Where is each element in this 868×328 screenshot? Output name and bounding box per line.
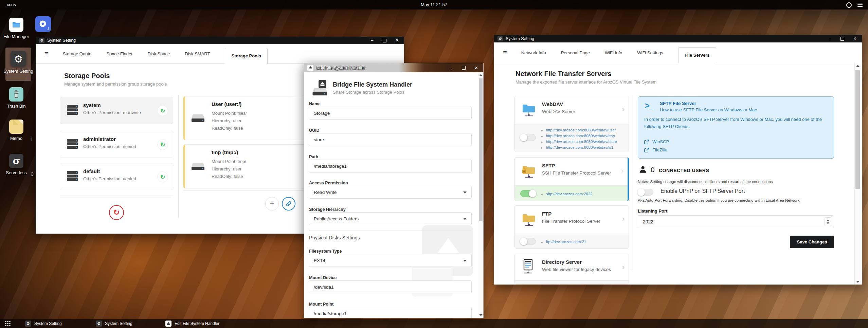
server-card-directory[interactable]: Directory Server Web file viewer for leg… bbox=[514, 254, 629, 285]
infobox-title: SFTP File Server bbox=[660, 101, 696, 106]
taskbar-item-system-setting-2[interactable]: ⚙ System Setting bbox=[96, 319, 132, 328]
desktop-icon-music[interactable]: ♪ bbox=[35, 16, 51, 32]
tab-disk-space[interactable]: Disk Space bbox=[148, 51, 170, 56]
mount-hierarchy: Hierarchy: user bbox=[212, 118, 241, 123]
ftp-toggle[interactable] bbox=[520, 238, 536, 245]
storage-hierarchy-select[interactable]: Public Access Folders bbox=[309, 212, 472, 225]
gear-icon: ⚙ bbox=[39, 38, 44, 43]
desktop-icon-file-manager[interactable]: File Manager bbox=[0, 18, 33, 39]
server-card-ftp[interactable]: FTP File Transfer Protocol Server › ftp:… bbox=[514, 205, 629, 249]
mount-name: User (user:/) bbox=[212, 101, 241, 107]
scroll-up-icon[interactable] bbox=[478, 72, 483, 78]
window-title-bar[interactable]: Edit File System Handler − × bbox=[304, 63, 483, 72]
server-card-webdav[interactable]: WebDAV WebDAV Server › http://dev.arozos… bbox=[514, 96, 629, 152]
chevron-right-icon[interactable]: › bbox=[622, 105, 625, 114]
name-field[interactable] bbox=[309, 107, 472, 120]
tab-wifi-info[interactable]: WiFi Info bbox=[605, 50, 622, 55]
webdav-link[interactable]: http://dev.arozos.com:8080/webdav/ls1 bbox=[541, 145, 617, 150]
pool-card-system[interactable]: system Other's Permission: readwrite ↻ bbox=[60, 97, 173, 124]
server-card-sftp[interactable]: SFTP SSH File Transfer Protocol Server ›… bbox=[514, 157, 629, 201]
desktop-icon-label: Trash Bin bbox=[0, 104, 33, 109]
menu-icon[interactable] bbox=[857, 3, 863, 7]
window-title: System Setting bbox=[47, 38, 76, 43]
client-link-filezilla[interactable]: FileZilla bbox=[644, 147, 668, 152]
upnp-toggle[interactable] bbox=[638, 189, 653, 196]
maximize-button[interactable] bbox=[462, 66, 466, 70]
uuid-field[interactable] bbox=[309, 133, 472, 146]
add-mount-button[interactable]: + bbox=[265, 197, 279, 211]
tab-storage-quota[interactable]: Storage Quota bbox=[63, 51, 92, 56]
scroll-up-icon[interactable] bbox=[855, 63, 861, 69]
infobox-body: In order to connect to ArozOS SFTP Serve… bbox=[644, 116, 828, 130]
chevron-right-icon[interactable]: › bbox=[621, 166, 623, 175]
sftp-link[interactable]: sftp://dev.arozos.com:2022 bbox=[541, 191, 593, 197]
scrollbar-thumb[interactable] bbox=[479, 78, 483, 221]
close-button[interactable]: × bbox=[396, 38, 399, 43]
taskbar-item-edit-file-system-handler[interactable]: Edit File System Handler bbox=[165, 319, 219, 328]
window-edit-file-system-handler: Edit File System Handler − × Bridge File… bbox=[304, 63, 484, 318]
scrollbar-thumb[interactable] bbox=[855, 70, 860, 189]
pool-card-administrator[interactable]: administrator Other's Permission: denied… bbox=[60, 131, 173, 158]
tab-disk-smart[interactable]: Disk SMART bbox=[185, 51, 210, 56]
minimize-button[interactable]: − bbox=[828, 36, 831, 41]
desktop-icon-trash-bin[interactable]: Trash Bin bbox=[0, 87, 33, 109]
tab-bar: ≡ Network Info Personal Page WiFi Info W… bbox=[494, 42, 862, 63]
client-link-winscp[interactable]: WinSCP bbox=[644, 139, 669, 144]
ftp-status-section: ftp://dev.arozos.com:21 bbox=[515, 234, 629, 249]
mount-device-field[interactable] bbox=[309, 280, 472, 293]
link-mount-button[interactable] bbox=[282, 197, 295, 211]
tab-network-info[interactable]: Network Info bbox=[521, 50, 546, 55]
chevron-right-icon[interactable]: › bbox=[622, 263, 625, 272]
window-title-bar[interactable]: ⚙ System Setting − × bbox=[36, 37, 404, 44]
webdav-link[interactable]: http://dev.arozos.com:8080/webdav/user bbox=[541, 127, 617, 133]
desktop-icon-system-setting[interactable]: ⚙ System Setting bbox=[2, 51, 35, 74]
tab-storage-pools[interactable]: Storage Pools bbox=[225, 48, 267, 64]
power-icon[interactable] bbox=[846, 2, 852, 8]
sftp-toggle[interactable] bbox=[520, 190, 536, 197]
desktop-icon-memo[interactable]: Memo bbox=[0, 120, 33, 141]
gear-icon: ⚙ bbox=[11, 51, 26, 67]
scrollbar-vertical[interactable] bbox=[854, 63, 861, 285]
filesystem-type-select[interactable]: EXT4 bbox=[309, 254, 472, 267]
access-permission-select[interactable]: Read Write bbox=[309, 186, 472, 199]
hamburger-icon[interactable]: ≡ bbox=[44, 50, 49, 58]
taskbar-item-system-setting-1[interactable]: ⚙ System Setting bbox=[25, 319, 62, 328]
tab-file-servers[interactable]: File Servers bbox=[678, 47, 716, 63]
webdav-link[interactable]: http://dev.arozos.com:8080/webdav/store bbox=[541, 139, 617, 145]
scroll-down-icon[interactable] bbox=[478, 312, 483, 318]
listening-port-field[interactable] bbox=[638, 215, 834, 228]
number-stepper[interactable] bbox=[825, 217, 831, 226]
sync-icon[interactable]: ↻ bbox=[157, 139, 168, 150]
desktop-icon-serverless[interactable]: σ Serverless bbox=[0, 154, 33, 176]
save-changes-button[interactable]: Save Changes bbox=[790, 236, 834, 248]
app-grid-icon[interactable] bbox=[5, 321, 11, 328]
refresh-pools-button[interactable]: ↻ bbox=[109, 205, 124, 220]
chevron-right-icon[interactable]: › bbox=[622, 215, 625, 223]
pool-card-default[interactable]: default Other's Permission: denied ↻ bbox=[60, 163, 173, 190]
mount-point-field[interactable] bbox=[309, 307, 472, 318]
server-name: Directory Server bbox=[542, 259, 582, 265]
webdav-toggle[interactable] bbox=[520, 134, 536, 141]
tab-wifi-settings[interactable]: WiFi Settings bbox=[637, 50, 663, 55]
gear-icon: ⚙ bbox=[96, 321, 102, 327]
ftp-link[interactable]: ftp://dev.arozos.com:21 bbox=[541, 239, 586, 245]
tab-space-finder[interactable]: Space Finder bbox=[106, 51, 132, 56]
upnp-label: Enable UPnP on SFTP Server Port bbox=[661, 188, 745, 194]
webdav-link[interactable]: http://dev.arozos.com:8080/webdav/tmp bbox=[541, 133, 617, 139]
minimize-button[interactable]: − bbox=[450, 66, 452, 70]
window-title-bar[interactable]: ⚙ System Setting − × bbox=[494, 35, 862, 42]
window-title: Edit File System Handler bbox=[317, 65, 365, 70]
path-field[interactable] bbox=[309, 160, 472, 172]
sync-icon[interactable]: ↻ bbox=[157, 171, 168, 182]
sync-icon[interactable]: ↻ bbox=[157, 105, 168, 116]
scroll-down-icon[interactable] bbox=[855, 279, 861, 285]
minimize-button[interactable]: − bbox=[370, 38, 373, 43]
close-button[interactable]: × bbox=[853, 36, 856, 41]
mount-readonly: ReadOnly: false bbox=[212, 126, 243, 131]
hamburger-icon[interactable]: ≡ bbox=[503, 49, 507, 57]
maximize-button[interactable] bbox=[383, 39, 386, 42]
close-button[interactable]: × bbox=[475, 65, 478, 71]
maximize-button[interactable] bbox=[840, 37, 844, 41]
tab-personal-page[interactable]: Personal Page bbox=[561, 50, 590, 55]
scrollbar-vertical[interactable] bbox=[478, 72, 483, 318]
